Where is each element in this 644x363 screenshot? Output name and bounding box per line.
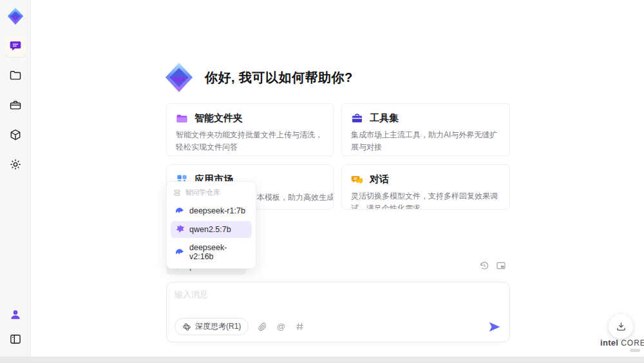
- sidebar-item-models[interactable]: [5, 124, 26, 146]
- repository-icon: [173, 189, 181, 197]
- deep-think-toggle[interactable]: 深度思考(R1): [175, 318, 249, 335]
- app-logo-icon: [5, 5, 26, 27]
- sidebar-item-settings[interactable]: [5, 153, 26, 175]
- app-window: 你好, 我可以如何帮助你? 智能文件夹 智能文件夹功能支持批量文件上传与清洗，轻…: [0, 0, 644, 363]
- intel-wordmark: intel: [600, 338, 618, 348]
- folder-purple-icon: [176, 112, 188, 124]
- hash-grid-icon[interactable]: [294, 322, 305, 332]
- download-icon: [616, 321, 627, 332]
- hero: 你好, 我可以如何帮助你?: [162, 61, 353, 94]
- cube-icon: [9, 128, 22, 141]
- composer-toolbar: 深度思考(R1) @: [175, 318, 502, 335]
- download-button[interactable]: [609, 314, 633, 338]
- card-title: 工具集: [370, 112, 399, 124]
- sidebar-item-panel-toggle[interactable]: [5, 328, 26, 350]
- panel-toggle-icon: [9, 333, 22, 346]
- card-title: 对话: [370, 173, 389, 186]
- card-title: 智能文件夹: [194, 112, 243, 124]
- model-option-label: deepseek-v2:16b: [189, 243, 248, 261]
- screen-window-icon[interactable]: [496, 260, 506, 271]
- model-option-qwen[interactable]: qwen2.5:7b: [171, 221, 252, 238]
- intel-core-sub-badge: [630, 349, 640, 352]
- model-option-deepseek-r1[interactable]: deepseek-r1:7b: [171, 202, 252, 219]
- bottom-edge-bar: [0, 357, 644, 363]
- card-description: 智能文件夹功能支持批量文件上传与清洗，轻松实现文件问答: [176, 129, 324, 153]
- app-logo-large-icon: [162, 61, 196, 94]
- composer-utility-icons: [479, 260, 506, 271]
- model-option-label: qwen2.5:7b: [189, 225, 231, 234]
- card-description-fragment: 本模板，助力高效生成多: [257, 191, 334, 204]
- chat-icon: [9, 39, 22, 52]
- core-wordmark: CORE: [621, 338, 644, 348]
- model-option-deepseek-v2[interactable]: deepseek-v2:16b: [171, 240, 252, 264]
- intel-core-logo: intel CORE: [600, 338, 641, 352]
- sidebar-item-account[interactable]: [5, 304, 26, 326]
- deepseek-whale-icon: [175, 206, 185, 216]
- user-icon: [9, 308, 22, 321]
- folder-icon: [9, 69, 22, 82]
- chat-gold-icon: [351, 173, 363, 186]
- sidebar-item-toolbox[interactable]: [5, 94, 26, 116]
- card-smart-folder[interactable]: 智能文件夹 智能文件夹功能支持批量文件上传与清洗，轻松实现文件问答: [166, 103, 334, 156]
- model-dropdown: 智问学仓库 deepseek-r1:7b qwen2.5:7b: [166, 181, 256, 269]
- deep-think-icon: [182, 322, 191, 331]
- card-description: 集成市场上主流工具，助力AI与外界无缝扩展与对接: [351, 129, 500, 153]
- page-title: 你好, 我可以如何帮助你?: [205, 69, 353, 86]
- gear-icon: [9, 158, 22, 171]
- deep-think-label: 深度思考(R1): [195, 321, 241, 332]
- composer: 深度思考(R1) @: [166, 282, 510, 342]
- deepseek-whale-icon: [175, 247, 185, 257]
- card-description: 灵活切换多模型文件，支持多样回复效果调试，满足个性化需求: [351, 190, 500, 210]
- qwen-logo-icon: [175, 224, 185, 235]
- model-dropdown-header: 智问学仓库: [171, 186, 252, 201]
- briefcase-indigo-icon: [351, 112, 363, 124]
- sidebar-item-chat[interactable]: [5, 35, 26, 57]
- toolbox-icon: [9, 99, 22, 112]
- message-input[interactable]: [175, 289, 502, 318]
- history-icon[interactable]: [479, 260, 489, 271]
- sidebar: [0, 0, 31, 357]
- card-dialogue[interactable]: 对话 灵活切换多模型文件，支持多样回复效果调试，满足个性化需求: [341, 164, 510, 210]
- card-toolset[interactable]: 工具集 集成市场上主流工具，助力AI与外界无缝扩展与对接: [341, 103, 510, 156]
- attachment-icon[interactable]: [257, 322, 267, 332]
- sidebar-item-files[interactable]: [5, 64, 26, 86]
- send-button[interactable]: [488, 320, 502, 334]
- model-option-label: deepseek-r1:7b: [189, 206, 245, 215]
- mention-icon[interactable]: @: [276, 322, 286, 332]
